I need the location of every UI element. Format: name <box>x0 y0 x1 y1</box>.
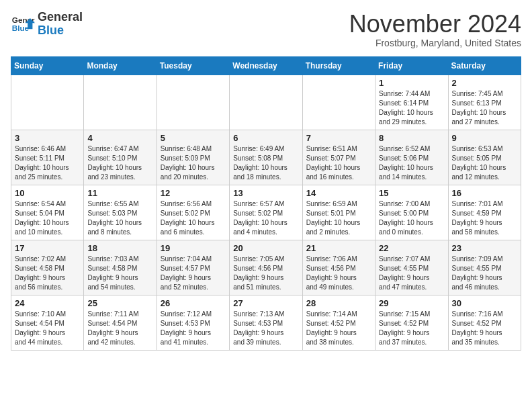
calendar-cell: 7Sunrise: 6:51 AM Sunset: 5:07 PM Daylig… <box>302 130 375 185</box>
calendar-cell: 24Sunrise: 7:10 AM Sunset: 4:54 PM Dayli… <box>11 295 84 350</box>
day-number: 18 <box>87 243 152 253</box>
day-info: Sunrise: 7:02 AM Sunset: 4:58 PM Dayligh… <box>15 255 80 292</box>
day-number: 26 <box>161 298 226 308</box>
day-info: Sunrise: 7:06 AM Sunset: 4:56 PM Dayligh… <box>306 255 371 292</box>
day-info: Sunrise: 6:51 AM Sunset: 5:07 PM Dayligh… <box>306 144 371 182</box>
calendar-week-row: 17Sunrise: 7:02 AM Sunset: 4:58 PM Dayli… <box>11 240 521 295</box>
calendar-header-row: SundayMondayTuesdayWednesdayThursdayFrid… <box>11 56 521 75</box>
calendar-cell: 21Sunrise: 7:06 AM Sunset: 4:56 PM Dayli… <box>302 240 375 295</box>
day-number: 21 <box>306 243 371 253</box>
day-number: 29 <box>379 298 444 308</box>
day-info: Sunrise: 7:01 AM Sunset: 4:59 PM Dayligh… <box>452 199 517 237</box>
weekday-header: Monday <box>84 56 157 75</box>
logo-general-text: General <box>38 10 83 24</box>
calendar-cell: 6Sunrise: 6:49 AM Sunset: 5:08 PM Daylig… <box>230 130 302 185</box>
calendar-cell: 11Sunrise: 6:55 AM Sunset: 5:03 PM Dayli… <box>84 185 157 240</box>
day-number: 4 <box>87 133 152 143</box>
calendar-cell <box>11 75 84 130</box>
day-number: 14 <box>306 188 371 198</box>
calendar-cell: 28Sunrise: 7:14 AM Sunset: 4:52 PM Dayli… <box>302 295 375 350</box>
calendar-cell: 19Sunrise: 7:04 AM Sunset: 4:57 PM Dayli… <box>157 240 229 295</box>
day-number: 1 <box>379 78 444 88</box>
location: Frostburg, Maryland, United States <box>349 38 521 48</box>
calendar-week-row: 10Sunrise: 6:54 AM Sunset: 5:04 PM Dayli… <box>11 185 521 240</box>
logo: General Blue General Blue <box>11 11 83 38</box>
day-number: 10 <box>15 188 80 198</box>
day-info: Sunrise: 7:00 AM Sunset: 5:00 PM Dayligh… <box>379 199 444 237</box>
logo-icon: General Blue <box>11 12 35 36</box>
day-number: 16 <box>452 188 517 198</box>
day-info: Sunrise: 7:12 AM Sunset: 4:53 PM Dayligh… <box>161 310 226 347</box>
calendar-week-row: 3Sunrise: 6:46 AM Sunset: 5:11 PM Daylig… <box>11 130 521 185</box>
calendar-cell: 20Sunrise: 7:05 AM Sunset: 4:56 PM Dayli… <box>230 240 302 295</box>
weekday-header: Thursday <box>302 56 375 75</box>
month-title: November 2024 <box>349 11 521 38</box>
calendar-cell: 8Sunrise: 6:52 AM Sunset: 5:06 PM Daylig… <box>375 130 448 185</box>
calendar-cell: 26Sunrise: 7:12 AM Sunset: 4:53 PM Dayli… <box>157 295 229 350</box>
calendar-cell: 15Sunrise: 7:00 AM Sunset: 5:00 PM Dayli… <box>375 185 448 240</box>
calendar-cell: 22Sunrise: 7:07 AM Sunset: 4:55 PM Dayli… <box>375 240 448 295</box>
day-number: 9 <box>452 133 517 143</box>
weekday-header: Tuesday <box>157 56 229 75</box>
day-info: Sunrise: 6:46 AM Sunset: 5:11 PM Dayligh… <box>15 144 80 182</box>
day-number: 19 <box>161 243 226 253</box>
day-number: 30 <box>452 298 517 308</box>
day-info: Sunrise: 7:03 AM Sunset: 4:58 PM Dayligh… <box>87 255 152 292</box>
day-info: Sunrise: 7:09 AM Sunset: 4:55 PM Dayligh… <box>452 255 517 292</box>
day-info: Sunrise: 7:05 AM Sunset: 4:56 PM Dayligh… <box>233 255 298 292</box>
day-number: 25 <box>87 298 152 308</box>
day-number: 6 <box>233 133 298 143</box>
day-number: 22 <box>379 243 444 253</box>
day-info: Sunrise: 7:14 AM Sunset: 4:52 PM Dayligh… <box>306 310 371 347</box>
calendar-cell <box>84 75 157 130</box>
day-info: Sunrise: 6:48 AM Sunset: 5:09 PM Dayligh… <box>161 144 226 182</box>
calendar-cell: 30Sunrise: 7:16 AM Sunset: 4:52 PM Dayli… <box>448 295 521 350</box>
day-number: 7 <box>306 133 371 143</box>
logo-blue-text: Blue <box>38 24 64 37</box>
day-info: Sunrise: 6:53 AM Sunset: 5:05 PM Dayligh… <box>452 144 517 182</box>
day-number: 28 <box>306 298 371 308</box>
day-info: Sunrise: 6:59 AM Sunset: 5:01 PM Dayligh… <box>306 199 371 237</box>
day-info: Sunrise: 6:47 AM Sunset: 5:10 PM Dayligh… <box>87 144 152 182</box>
day-info: Sunrise: 7:07 AM Sunset: 4:55 PM Dayligh… <box>379 255 444 292</box>
calendar-cell <box>230 75 302 130</box>
calendar-cell: 5Sunrise: 6:48 AM Sunset: 5:09 PM Daylig… <box>157 130 229 185</box>
page-header: General Blue General Blue November 2024 … <box>11 11 521 48</box>
calendar-cell <box>302 75 375 130</box>
day-info: Sunrise: 7:16 AM Sunset: 4:52 PM Dayligh… <box>452 310 517 347</box>
day-info: Sunrise: 6:56 AM Sunset: 5:02 PM Dayligh… <box>161 199 226 237</box>
calendar-cell: 2Sunrise: 7:45 AM Sunset: 6:13 PM Daylig… <box>448 75 521 130</box>
day-info: Sunrise: 7:10 AM Sunset: 4:54 PM Dayligh… <box>15 310 80 347</box>
day-info: Sunrise: 6:55 AM Sunset: 5:03 PM Dayligh… <box>87 199 152 237</box>
day-number: 11 <box>87 188 152 198</box>
calendar-cell: 16Sunrise: 7:01 AM Sunset: 4:59 PM Dayli… <box>448 185 521 240</box>
calendar-cell: 13Sunrise: 6:57 AM Sunset: 5:02 PM Dayli… <box>230 185 302 240</box>
day-info: Sunrise: 6:52 AM Sunset: 5:06 PM Dayligh… <box>379 144 444 182</box>
day-number: 2 <box>452 78 517 88</box>
calendar-cell: 1Sunrise: 7:44 AM Sunset: 6:14 PM Daylig… <box>375 75 448 130</box>
day-number: 5 <box>161 133 226 143</box>
calendar-cell: 18Sunrise: 7:03 AM Sunset: 4:58 PM Dayli… <box>84 240 157 295</box>
calendar-cell: 12Sunrise: 6:56 AM Sunset: 5:02 PM Dayli… <box>157 185 229 240</box>
day-number: 23 <box>452 243 517 253</box>
calendar-cell <box>157 75 229 130</box>
calendar-cell: 10Sunrise: 6:54 AM Sunset: 5:04 PM Dayli… <box>11 185 84 240</box>
svg-text:Blue: Blue <box>12 24 30 32</box>
calendar-week-row: 24Sunrise: 7:10 AM Sunset: 4:54 PM Dayli… <box>11 295 521 350</box>
calendar-cell: 25Sunrise: 7:11 AM Sunset: 4:54 PM Dayli… <box>84 295 157 350</box>
calendar-cell: 23Sunrise: 7:09 AM Sunset: 4:55 PM Dayli… <box>448 240 521 295</box>
day-info: Sunrise: 7:45 AM Sunset: 6:13 PM Dayligh… <box>452 89 517 127</box>
calendar-cell: 27Sunrise: 7:13 AM Sunset: 4:53 PM Dayli… <box>230 295 302 350</box>
day-info: Sunrise: 6:54 AM Sunset: 5:04 PM Dayligh… <box>15 199 80 237</box>
weekday-header: Friday <box>375 56 448 75</box>
day-number: 12 <box>161 188 226 198</box>
day-info: Sunrise: 7:44 AM Sunset: 6:14 PM Dayligh… <box>379 89 444 127</box>
day-number: 13 <box>233 188 298 198</box>
day-number: 27 <box>233 298 298 308</box>
weekday-header: Wednesday <box>230 56 302 75</box>
day-info: Sunrise: 6:57 AM Sunset: 5:02 PM Dayligh… <box>233 199 298 237</box>
day-info: Sunrise: 7:13 AM Sunset: 4:53 PM Dayligh… <box>233 310 298 347</box>
title-block: November 2024 Frostburg, Maryland, Unite… <box>349 11 521 48</box>
day-number: 20 <box>233 243 298 253</box>
day-info: Sunrise: 6:49 AM Sunset: 5:08 PM Dayligh… <box>233 144 298 182</box>
